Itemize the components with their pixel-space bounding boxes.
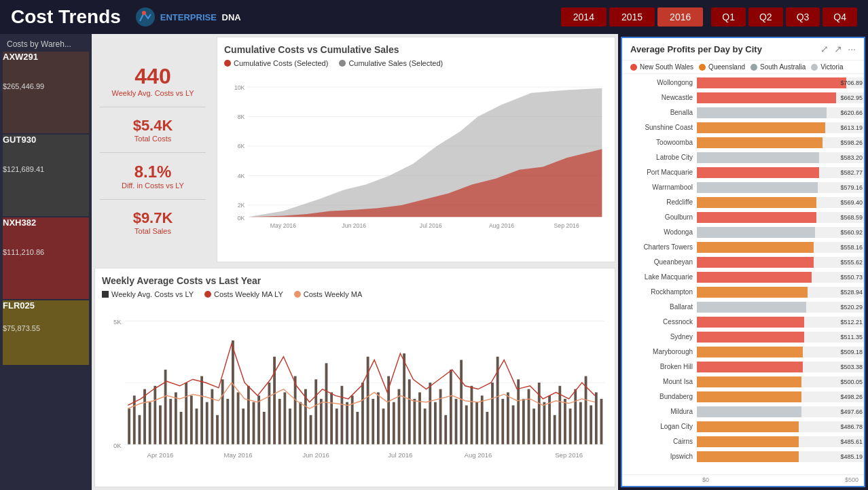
svg-rect-74 bbox=[382, 408, 385, 444]
svg-rect-48 bbox=[247, 386, 250, 444]
weekly-svg: 5K 0K bbox=[102, 301, 608, 464]
city-name: Queanbeyan bbox=[622, 258, 697, 266]
warehouse-item-nxh382[interactable]: NXH382 $111,210.86 bbox=[3, 217, 89, 299]
year-2016-btn[interactable]: 2016 bbox=[657, 7, 703, 27]
city-bar-container: $486.78 bbox=[697, 421, 864, 432]
city-bar-value: $583.20 bbox=[840, 154, 863, 161]
panel-action-icons: ⤢ ↗ ··· bbox=[820, 43, 856, 54]
more-icon[interactable]: ··· bbox=[848, 43, 856, 54]
page-title: Cost Trends bbox=[11, 6, 121, 28]
legend-qld: Queensland bbox=[699, 63, 745, 71]
warehouse-item-flr025[interactable]: FLR025 $75,873.55 bbox=[3, 300, 89, 365]
svg-point-1 bbox=[142, 11, 146, 15]
city-name: Warrnambool bbox=[622, 183, 697, 191]
weekly-legend: Weekly Avg. Costs vs LY Costs Weekly MA … bbox=[102, 290, 608, 298]
city-bar-container: $512.21 bbox=[697, 317, 864, 328]
svg-rect-60 bbox=[310, 415, 312, 444]
city-bar[interactable] bbox=[697, 347, 803, 357]
svg-rect-58 bbox=[299, 402, 302, 444]
city-bar-container: $485.61 bbox=[697, 436, 864, 447]
city-bar[interactable] bbox=[697, 332, 804, 343]
total-costs-label: Total Costs bbox=[133, 135, 173, 143]
right-panel-header: Average Profits per Day by City ⤢ ↗ ··· bbox=[622, 38, 864, 60]
svg-rect-29 bbox=[149, 402, 151, 444]
warehouse-id-flr025: FLR025 bbox=[3, 300, 89, 311]
city-bar[interactable] bbox=[697, 257, 814, 268]
city-bar[interactable] bbox=[697, 212, 816, 223]
city-chart: Wollongong$706.89Newcastle$662.95Benalla… bbox=[622, 74, 864, 474]
city-bar[interactable] bbox=[697, 302, 806, 313]
city-bar-container: $568.59 bbox=[697, 212, 864, 223]
svg-rect-101 bbox=[522, 399, 525, 444]
year-2015-btn[interactable]: 2015 bbox=[609, 7, 655, 27]
legend-dot-sa bbox=[751, 64, 757, 71]
legend-label-weekly: Weekly Avg. Costs vs LY bbox=[111, 290, 194, 298]
svg-rect-82 bbox=[424, 408, 427, 444]
city-bar[interactable] bbox=[697, 272, 812, 283]
city-bar[interactable] bbox=[697, 242, 814, 253]
city-name: Cairns bbox=[622, 438, 697, 445]
city-bar[interactable] bbox=[697, 451, 799, 462]
city-bar-container: $550.73 bbox=[697, 272, 864, 283]
year-2014-btn[interactable]: 2014 bbox=[561, 7, 607, 27]
warehouse-item-axw291[interactable]: AXW291 $265,446.99 bbox=[3, 52, 89, 133]
city-bar[interactable] bbox=[697, 152, 819, 163]
legend-dot-sales bbox=[339, 60, 346, 67]
popout-icon[interactable]: ↗ bbox=[834, 43, 842, 54]
svg-text:Jul 2016: Jul 2016 bbox=[420, 222, 442, 229]
svg-text:0K: 0K bbox=[113, 442, 122, 449]
svg-text:Sep 2016: Sep 2016 bbox=[554, 222, 579, 229]
city-bar-container: $706.89 bbox=[697, 77, 864, 88]
svg-rect-88 bbox=[455, 399, 458, 444]
city-row: Latrobe City$583.20 bbox=[622, 150, 864, 164]
city-bar[interactable] bbox=[697, 197, 816, 208]
weekly-avg-label: Weekly Avg. Costs vs LY bbox=[111, 89, 194, 97]
city-bar[interactable] bbox=[697, 77, 846, 88]
cumulative-legend: Cumulative Costs (Selected) Cumulative S… bbox=[224, 59, 608, 67]
city-bar[interactable] bbox=[697, 92, 836, 103]
city-bar[interactable] bbox=[697, 362, 803, 372]
city-bar-value: $511.35 bbox=[840, 334, 863, 340]
city-bar[interactable] bbox=[697, 421, 799, 432]
city-bar[interactable] bbox=[697, 182, 818, 193]
city-bar[interactable] bbox=[697, 137, 822, 148]
svg-rect-32 bbox=[164, 370, 167, 444]
svg-rect-99 bbox=[512, 405, 515, 444]
city-bar-container: $560.92 bbox=[697, 227, 864, 238]
svg-rect-36 bbox=[185, 383, 187, 444]
svg-rect-103 bbox=[532, 408, 535, 444]
svg-rect-81 bbox=[418, 392, 421, 444]
city-bar-value: $486.78 bbox=[840, 423, 863, 430]
city-bar[interactable] bbox=[697, 377, 801, 387]
svg-rect-44 bbox=[226, 399, 229, 444]
city-bar[interactable] bbox=[697, 287, 808, 298]
city-bar-value: $512.21 bbox=[840, 319, 863, 326]
legend-dot-weekly bbox=[102, 291, 109, 298]
city-bar[interactable] bbox=[697, 107, 827, 118]
svg-rect-39 bbox=[200, 376, 203, 444]
city-bar[interactable] bbox=[697, 122, 825, 133]
city-name: Broken Hill bbox=[622, 363, 697, 370]
city-row: Benalla$620.66 bbox=[622, 105, 864, 120]
q1-btn[interactable]: Q1 bbox=[711, 7, 746, 27]
svg-rect-67 bbox=[346, 402, 348, 444]
svg-rect-47 bbox=[242, 408, 245, 444]
q4-btn[interactable]: Q4 bbox=[822, 7, 857, 27]
q2-btn[interactable]: Q2 bbox=[748, 7, 783, 27]
svg-rect-28 bbox=[143, 389, 146, 444]
city-bar[interactable] bbox=[697, 227, 815, 238]
city-bar[interactable] bbox=[697, 317, 804, 328]
city-name: Sydney bbox=[622, 333, 697, 340]
warehouse-item-gut930[interactable]: GUT930 $121,689.41 bbox=[3, 135, 89, 216]
city-bar[interactable] bbox=[697, 436, 799, 447]
svg-rect-107 bbox=[554, 415, 556, 444]
city-row: Charters Towers$558.16 bbox=[622, 240, 864, 254]
q3-btn[interactable]: Q3 bbox=[786, 7, 820, 27]
city-row: Ballarat$520.29 bbox=[622, 300, 864, 314]
city-bar[interactable] bbox=[697, 406, 801, 417]
expand-icon[interactable]: ⤢ bbox=[820, 43, 829, 54]
svg-rect-114 bbox=[590, 405, 592, 444]
svg-text:10K: 10K bbox=[234, 84, 245, 91]
city-bar[interactable] bbox=[697, 391, 801, 402]
city-bar[interactable] bbox=[697, 167, 819, 178]
